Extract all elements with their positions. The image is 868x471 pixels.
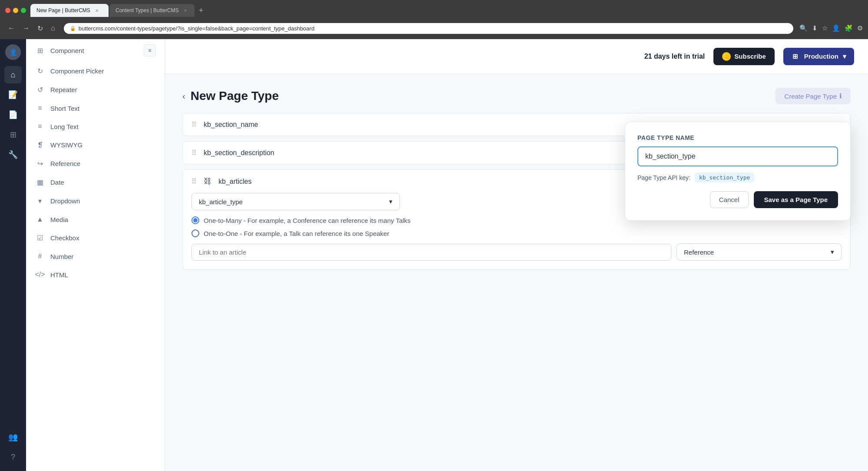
forward-nav-button[interactable]: →	[20, 23, 32, 34]
repeater-icon: ↺	[35, 86, 45, 94]
reference-dropdown-value: Reference	[684, 249, 714, 256]
media-icon: ▲	[35, 216, 45, 223]
sidebar-item-wysiwyg-label: WYSIWYG	[50, 141, 83, 149]
radio-one-to-one[interactable]: One-to-One - For example, a Talk can ref…	[191, 229, 842, 237]
sidebar-item-date[interactable]: ▦ Date	[26, 173, 165, 192]
radio-one-to-many-text: One-to-Many - For example, a Conference …	[204, 217, 411, 224]
api-key-row: Page Type API key: kb_section_type	[637, 172, 838, 182]
sidebar-icon-extensions[interactable]: 🔧	[4, 146, 22, 163]
cancel-button[interactable]: Cancel	[710, 191, 749, 208]
sidebar-item-wysiwyg[interactable]: ❡ WYSIWYG	[26, 136, 165, 154]
create-page-type-button[interactable]: Create Page Type ℹ	[776, 88, 851, 104]
sidebar-item-dropdown-label: Dropdown	[50, 197, 80, 205]
sidebar-item-short-text-label: Short Text	[50, 105, 79, 112]
sidebar-item-media-label: Media	[50, 216, 68, 223]
sidebar-item-long-text-label: Long Text	[50, 123, 79, 130]
sidebar-item-component-picker[interactable]: ↻ Component Picker	[26, 62, 165, 80]
avatar[interactable]: 👤	[5, 44, 21, 60]
ssl-lock-icon: 🔒	[70, 26, 76, 31]
sidebar-item-checkbox[interactable]: ☑ Checkbox	[26, 229, 165, 247]
sidebar-icon-help[interactable]: ?	[4, 448, 22, 466]
radio-one-to-one-text: One-to-One - For example, a Talk can ref…	[204, 230, 389, 237]
production-chevron-icon: ▾	[843, 53, 846, 60]
save-page-type-button[interactable]: Save as a Page Type	[754, 191, 838, 208]
sidebar-item-media[interactable]: ▲ Media	[26, 210, 165, 229]
sidebar-item-short-text[interactable]: ≡ Short Text	[26, 99, 165, 117]
back-nav-button[interactable]: ←	[5, 23, 17, 34]
sidebar-item-component[interactable]: ⊞ Component ≡	[26, 39, 165, 62]
page-title: New Page Type	[191, 89, 279, 103]
tab-close-new-page[interactable]: ✕	[94, 7, 100, 13]
sidebar-icon-users[interactable]: 👥	[4, 428, 22, 446]
sidebar-item-html-label: HTML	[50, 271, 68, 279]
search-nav-icon[interactable]: 🔍	[799, 24, 808, 32]
subscribe-icon: 🔱	[722, 52, 731, 61]
number-icon: #	[35, 252, 45, 260]
browser-chrome: New Page | ButterCMS ✕ Content Types | B…	[0, 0, 868, 39]
download-nav-icon[interactable]: ⬇	[812, 24, 818, 32]
app-layout: 👤 ⌂ 📝 📄 ⊞ 🔧 👥 ? ⊞ Component ≡ ↻ Componen…	[0, 39, 868, 471]
maximize-dot[interactable]	[21, 8, 26, 13]
add-tab-button[interactable]: +	[195, 6, 207, 15]
reference-dropdown[interactable]: Reference ▾	[677, 243, 842, 261]
profile-nav-icon[interactable]: 👤	[832, 24, 840, 32]
field-name-2: kb_section_description	[204, 149, 274, 157]
refresh-nav-button[interactable]: ↻	[35, 23, 46, 34]
production-icon: ⊞	[791, 52, 800, 61]
link-reference-row: Reference ▾	[191, 243, 842, 261]
settings-nav-icon[interactable]: ⚙	[857, 24, 863, 32]
address-url: buttercms.com/content-types/pagetype/?is…	[79, 25, 314, 32]
address-bar[interactable]: 🔒 buttercms.com/content-types/pagetype/?…	[64, 23, 793, 34]
sidebar-item-long-text[interactable]: ≡ Long Text	[26, 117, 165, 136]
dropdown-icon: ▾	[35, 197, 45, 205]
drag-handle-1[interactable]: ⠿	[191, 120, 197, 129]
type-dropdown-chevron: ▾	[389, 198, 393, 206]
left-sidebar: ⊞ Component ≡ ↻ Component Picker ↺ Repea…	[26, 39, 165, 471]
sidebar-item-component-label: Component	[50, 47, 84, 54]
component-badge: ≡	[144, 44, 156, 56]
drag-handle-3[interactable]: ⠿	[191, 177, 197, 186]
sidebar-item-dropdown[interactable]: ▾ Dropdown	[26, 192, 165, 210]
sidebar-item-html[interactable]: </> HTML	[26, 265, 165, 284]
tab-content-types[interactable]: Content Types | ButterCMS ✕	[109, 4, 195, 17]
component-icon: ⊞	[35, 46, 45, 55]
back-button[interactable]: ‹	[182, 91, 185, 101]
sidebar-icon-blog[interactable]: 📝	[4, 86, 22, 103]
close-dot[interactable]	[5, 8, 10, 13]
production-button[interactable]: ⊞ Production ▾	[783, 48, 854, 65]
tab-close-content-types[interactable]: ✕	[182, 7, 188, 13]
sidebar-item-reference[interactable]: ↪ Reference	[26, 154, 165, 173]
wysiwyg-icon: ❡	[35, 141, 45, 149]
bookmark-nav-icon[interactable]: ☆	[822, 24, 828, 32]
dialog-title: Page Type Name	[637, 134, 838, 141]
sidebar-icon-pages[interactable]: 📄	[4, 106, 22, 123]
sidebar-item-number[interactable]: # Number	[26, 247, 165, 265]
sidebar-item-repeater-label: Repeater	[50, 86, 77, 93]
sidebar-item-checkbox-label: Checkbox	[50, 234, 79, 242]
sidebar-icon-home[interactable]: ⌂	[4, 66, 22, 83]
create-page-type-label: Create Page Type	[784, 93, 837, 100]
component-picker-icon: ↻	[35, 67, 45, 75]
minimize-dot[interactable]	[13, 8, 18, 13]
subscribe-label: Subscribe	[734, 53, 766, 60]
header: 21 days left in trial 🔱 Subscribe ⊞ Prod…	[165, 39, 868, 74]
api-key-badge: kb_section_type	[695, 172, 754, 182]
tab-new-page[interactable]: New Page | ButterCMS ✕	[30, 4, 109, 17]
page-type-name-input[interactable]	[637, 146, 838, 166]
radio-circle-one-to-many	[191, 216, 199, 224]
subscribe-button[interactable]: 🔱 Subscribe	[713, 48, 775, 65]
drag-handle-2[interactable]: ⠿	[191, 149, 197, 157]
link-input[interactable]	[191, 244, 671, 261]
long-text-icon: ≡	[35, 123, 45, 130]
type-dropdown[interactable]: kb_article_type ▾	[191, 193, 400, 210]
extensions-nav-icon[interactable]: 🧩	[845, 24, 853, 32]
sidebar-item-component-picker-label: Component Picker	[50, 67, 104, 75]
nav-icons: 🔍 ⬇ ☆ 👤 🧩 ⚙	[799, 24, 863, 32]
trial-text: 21 days left in trial	[644, 53, 705, 60]
api-key-label: Page Type API key:	[637, 174, 690, 181]
sidebar-item-repeater[interactable]: ↺ Repeater	[26, 80, 165, 99]
home-nav-button[interactable]: ⌂	[48, 23, 58, 34]
sidebar-icon-content-types[interactable]: ⊞	[4, 126, 22, 143]
tab-new-page-label: New Page | ButterCMS	[36, 7, 90, 13]
link-icon-3: ⛓	[204, 177, 211, 186]
